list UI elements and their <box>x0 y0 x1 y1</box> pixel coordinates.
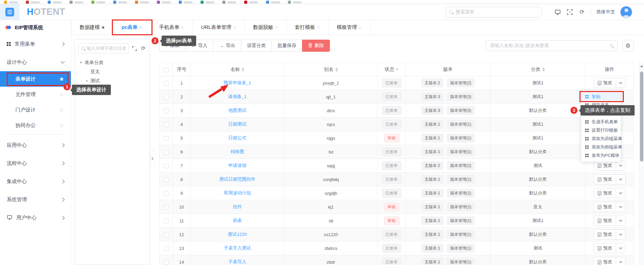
version-manage-badge[interactable]: 版本管理(1) <box>447 203 475 211</box>
user-avatar[interactable] <box>620 6 632 18</box>
bookmark-item[interactable] <box>26 1 40 4</box>
form-name-link[interactable]: 日期测试 <box>228 122 247 127</box>
row-checkbox[interactable] <box>164 246 169 251</box>
preview-button[interactable]: 预览 <box>594 78 616 88</box>
fullscreen-icon[interactable] <box>566 9 573 15</box>
bookmark-item[interactable] <box>179 1 192 4</box>
bookmark-item[interactable] <box>244 1 258 4</box>
favorite-star-icon[interactable]: ☆ <box>59 107 64 113</box>
major-version-badge[interactable]: 主版本:3 <box>421 92 443 101</box>
row-checkbox[interactable] <box>164 95 169 99</box>
form-name-link[interactable]: 预算申请表_1 <box>223 80 251 85</box>
version-manage-badge[interactable]: 版本管理(3) <box>447 92 475 101</box>
bookmark-item[interactable] <box>288 1 302 4</box>
row-checkbox[interactable] <box>164 136 169 141</box>
favorite-star-icon[interactable]: ☆ <box>274 25 278 30</box>
major-version-badge[interactable]: 主版本:1 <box>421 203 443 211</box>
more-actions-button[interactable] <box>616 188 625 198</box>
sort-carets-icon[interactable] <box>242 68 244 72</box>
menu-item-生成手机表单[interactable]: 生成手机表单 <box>581 118 621 126</box>
menu-item-设置打印模板[interactable]: 设置打印模板 <box>581 126 621 134</box>
version-manage-badge[interactable]: 版本管理(2) <box>447 161 475 170</box>
major-version-badge[interactable]: 主版本:1 <box>421 120 443 129</box>
scroll-up-arrow-icon[interactable] <box>640 65 643 67</box>
form-name-link[interactable]: 控件 <box>233 204 242 209</box>
major-version-badge[interactable]: 主版本:1 <box>421 216 443 225</box>
form-name-link[interactable]: 特殊图 <box>230 149 244 154</box>
form-name-link[interactable]: 测试日期范围控件 <box>219 177 256 182</box>
major-version-badge[interactable]: 主版本:3 <box>421 106 443 115</box>
favorite-star-icon[interactable]: ★ <box>59 76 64 82</box>
caret-down-icon[interactable] <box>80 62 82 63</box>
select-all-checkbox[interactable] <box>164 68 169 72</box>
version-manage-badge[interactable]: 版本管理(1) <box>447 189 475 197</box>
filter-caret-icon[interactable] <box>396 69 398 70</box>
form-name-link[interactable]: 子表导入测试 <box>224 246 251 251</box>
tab-数据建模[interactable]: 数据建模★ <box>71 20 114 35</box>
column-header-分类[interactable]: 分类 <box>490 63 586 76</box>
more-actions-button[interactable] <box>616 202 625 212</box>
menu-item-发布为PC模块[interactable]: 发布为PC模块 <box>581 151 621 160</box>
tab-数据脱敏[interactable]: 数据脱敏☆ <box>245 20 287 35</box>
scrollbar-thumb[interactable] <box>640 72 643 162</box>
column-header-状态[interactable]: 状态 <box>378 63 406 76</box>
preview-split-button[interactable]: 预览 <box>594 188 626 198</box>
preview-split-button[interactable]: 预览 <box>594 161 626 171</box>
toolbar-button-批量保存[interactable]: 批量保存 <box>271 40 302 52</box>
major-version-badge[interactable]: 主版本:2 <box>421 161 443 170</box>
form-name-link[interactable]: 双周滚动计划 <box>224 190 251 195</box>
preview-button[interactable]: 预览 <box>594 216 616 225</box>
sidebar-item-用户中心[interactable]: 用户中心 <box>0 209 71 227</box>
row-checkbox[interactable] <box>164 150 169 154</box>
preview-split-button[interactable]: 预览 <box>594 174 626 184</box>
major-version-badge[interactable]: 主版本:1 <box>421 258 443 265</box>
form-name-link[interactable]: 请假条_1 <box>228 94 247 99</box>
toolbar-button-设置分类[interactable]: 设置分类 <box>241 40 272 52</box>
preview-button[interactable]: 预览 <box>594 188 616 198</box>
version-manage-badge[interactable]: 版本管理(3) <box>447 106 475 115</box>
row-checkbox[interactable] <box>164 108 169 113</box>
menu-item-复制[interactable]: 复制 <box>581 92 621 101</box>
version-manage-badge[interactable]: 版本管理(1) <box>447 134 475 142</box>
toolbar-button-导出[interactable]: →导出 <box>213 40 241 52</box>
sidebar-item-表单设计[interactable]: 表单设计★1选择表单设计 <box>0 71 71 87</box>
form-name-link[interactable]: 子表导入 <box>228 259 247 264</box>
refresh-tree-icon[interactable]: ⟳ <box>140 46 146 51</box>
version-manage-badge[interactable]: 版本管理(1) <box>447 258 475 265</box>
refresh-icon[interactable]: ⟳ <box>578 9 585 15</box>
favorite-star-icon[interactable]: ☆ <box>59 123 64 128</box>
preview-button[interactable]: 预览 <box>594 202 616 212</box>
tab-URL表单管理[interactable]: URL表单管理☆ <box>193 20 245 35</box>
column-settings-button[interactable]: ⚙ <box>622 40 634 51</box>
version-manage-badge[interactable]: 版本管理(2) <box>447 79 475 87</box>
favorite-star-icon[interactable]: ☆ <box>358 25 362 30</box>
favorite-star-icon[interactable]: ☆ <box>59 92 64 97</box>
preview-split-button[interactable]: 预览 <box>594 257 626 265</box>
sort-carets-icon[interactable] <box>335 68 338 72</box>
row-checkbox[interactable] <box>164 205 169 210</box>
sidebar-toggle-button[interactable] <box>0 4 19 20</box>
major-version-badge[interactable]: 主版本:1 <box>421 147 443 156</box>
column-header-名称[interactable]: 名称 <box>190 63 285 76</box>
preview-button[interactable]: 预览 <box>594 244 616 253</box>
preview-button[interactable]: 预览 <box>594 230 616 239</box>
sidebar-item-常用菜单[interactable]: 常用菜单 <box>0 35 71 53</box>
version-manage-badge[interactable]: 版本管理(1) <box>447 244 475 253</box>
vertical-scrollbar[interactable] <box>639 62 644 265</box>
form-name-link[interactable]: 日期公式 <box>228 135 247 140</box>
preview-split-button[interactable]: 预览 <box>594 216 626 226</box>
column-header-别名[interactable]: 别名 <box>285 63 378 76</box>
bookmark-item[interactable] <box>135 1 149 4</box>
sidebar-item-设计中心[interactable]: 设计中心 <box>0 53 71 71</box>
more-actions-button[interactable] <box>616 257 625 265</box>
row-checkbox[interactable] <box>164 260 169 265</box>
major-version-badge[interactable]: 主版本:1 <box>421 175 443 184</box>
major-version-badge[interactable]: 主版本:1 <box>421 134 443 142</box>
sidebar-item-元件管理[interactable]: 元件管理☆ <box>0 87 71 102</box>
tree-node-root[interactable]: 表单分类 <box>78 58 146 67</box>
preview-button[interactable]: 预览 <box>594 257 616 265</box>
sidebar-item-协同办公[interactable]: 协同办公☆ <box>0 118 71 133</box>
version-manage-badge[interactable]: 版本管理(1) <box>447 216 475 225</box>
row-checkbox[interactable] <box>164 219 169 223</box>
more-actions-button[interactable] <box>616 216 625 225</box>
